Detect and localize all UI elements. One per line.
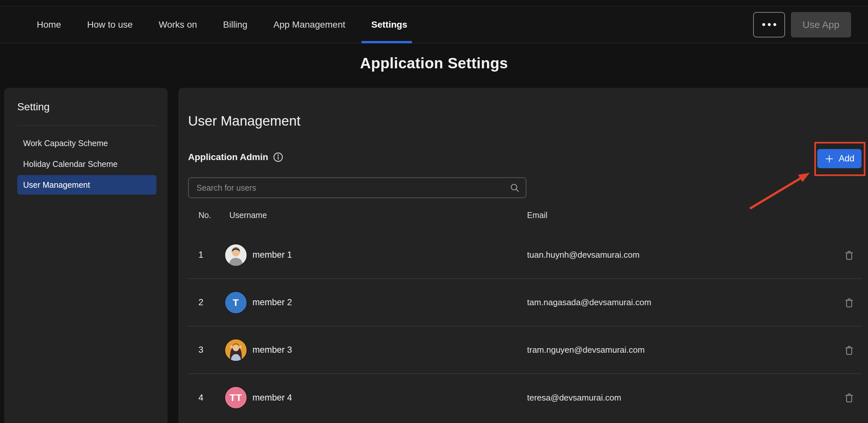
header-email: Email [527, 211, 836, 220]
trash-icon [843, 249, 855, 261]
row-number: 3 [188, 345, 219, 355]
nav-item-app-management[interactable]: App Management [273, 6, 345, 43]
email: tuan.huynh@devsamurai.com [527, 250, 836, 260]
avatar-initials: T [232, 297, 239, 308]
avatar: T [224, 291, 247, 314]
top-navigation-bar: Home How to use Works on Billing App Man… [0, 6, 868, 43]
username: member 1 [252, 250, 292, 260]
table-row: 3 member 3 tram.nguyen@devsamurai.com [188, 326, 862, 374]
user-management-panel: User Management Application Admin Add No [178, 88, 868, 423]
username: member 2 [252, 297, 292, 307]
avatar [224, 339, 247, 362]
row-number: 2 [188, 297, 219, 307]
sidebar-list: Work Capacity Scheme Holiday Calendar Sc… [17, 133, 156, 194]
topbar-actions: Use App [753, 6, 851, 43]
delete-user-button[interactable] [843, 391, 855, 404]
trash-icon [843, 391, 855, 404]
sidebar-item-work-capacity-scheme[interactable]: Work Capacity Scheme [17, 133, 156, 153]
table-header: No. Username Email [188, 205, 862, 231]
username: member 4 [252, 393, 292, 403]
sidebar-item-holiday-calendar-scheme[interactable]: Holiday Calendar Scheme [17, 154, 156, 174]
settings-sidebar: Setting Work Capacity Scheme Holiday Cal… [4, 88, 167, 423]
email: tam.nagasada@devsamurai.com [527, 297, 836, 307]
header-username: Username [219, 211, 527, 220]
row-number: 4 [188, 393, 219, 403]
application-admin-label: Application Admin [188, 152, 268, 162]
nav-item-how-to-use[interactable]: How to use [87, 6, 133, 43]
use-app-button[interactable]: Use App [791, 12, 851, 37]
header-no: No. [188, 211, 219, 220]
avatar: TT [224, 386, 247, 409]
trash-icon [843, 296, 855, 309]
nav-item-billing[interactable]: Billing [223, 6, 248, 43]
more-options-button[interactable] [753, 12, 785, 37]
search-wrap [188, 177, 526, 198]
trash-icon [843, 344, 855, 356]
ellipsis-icon [762, 23, 765, 26]
delete-user-button[interactable] [843, 296, 855, 309]
sidebar-item-user-management[interactable]: User Management [17, 175, 156, 194]
delete-user-button[interactable] [843, 344, 855, 356]
info-icon[interactable] [273, 152, 284, 163]
section-title: User Management [188, 88, 868, 129]
nav-item-home[interactable]: Home [37, 6, 61, 43]
search-input[interactable] [188, 177, 526, 198]
avatar [224, 244, 247, 267]
email: tram.nguyen@devsamurai.com [527, 345, 836, 355]
nav-item-works-on[interactable]: Works on [159, 6, 197, 43]
table-row: 4 TT member 4 teresa@devsamurai.com [188, 374, 862, 421]
username: member 3 [252, 345, 292, 355]
delete-user-button[interactable] [843, 249, 855, 261]
add-button-label: Add [839, 154, 854, 164]
nav-item-settings[interactable]: Settings [371, 6, 407, 43]
table-row: 1 member 1 tuan.huynh@devsamurai.com [188, 231, 862, 279]
avatar-initials: TT [230, 392, 242, 403]
sidebar-divider [17, 125, 156, 126]
page-title: Application Settings [0, 54, 868, 72]
email: teresa@devsamurai.com [527, 393, 836, 403]
table-row: 2 T member 2 tam.nagasada@devsamurai.com [188, 279, 862, 326]
plus-icon [825, 154, 834, 164]
main-nav: Home How to use Works on Billing App Man… [37, 6, 407, 43]
application-admin-row: Application Admin [188, 152, 868, 163]
add-user-button[interactable]: Add [817, 149, 862, 168]
users-table: No. Username Email 1 member 1 tuan.huyn [188, 205, 862, 421]
sidebar-title: Setting [17, 101, 156, 113]
row-number: 1 [188, 250, 219, 260]
